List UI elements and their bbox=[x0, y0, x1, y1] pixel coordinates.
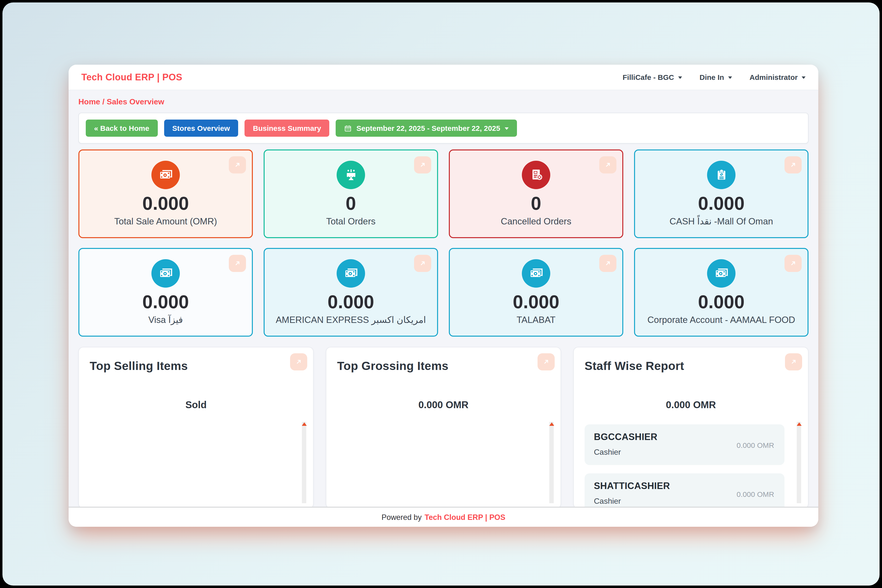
panel-title: Top Selling Items bbox=[90, 359, 302, 373]
top-navbar: Tech Cloud ERP | POS FilliCafe - BGC Din… bbox=[69, 64, 818, 90]
stat-label: Visa فيزآ bbox=[142, 315, 189, 326]
staff-amount: 0.000 OMR bbox=[737, 441, 774, 449]
expand-icon[interactable] bbox=[414, 255, 431, 272]
date-range-label: September 22, 2025 - September 22, 2025 bbox=[357, 124, 500, 132]
panel-summary: 0.000 OMR bbox=[337, 399, 550, 411]
expand-icon[interactable] bbox=[784, 255, 802, 272]
business-summary-button[interactable]: Business Summary bbox=[244, 120, 329, 137]
panel-title: Top Grossing Items bbox=[337, 359, 550, 373]
banknote-icon bbox=[337, 259, 365, 287]
page-background: Tech Cloud ERP | POS FilliCafe - BGC Din… bbox=[3, 3, 879, 585]
scrollbar[interactable] bbox=[302, 422, 306, 503]
navbar-menus: FilliCafe - BGC Dine In Administrator bbox=[622, 73, 806, 81]
main-content: Home / Sales Overview « Back to Home Sto… bbox=[69, 90, 818, 507]
breadcrumb[interactable]: Home / Sales Overview bbox=[78, 98, 808, 106]
staff-amount: 0.000 OMR bbox=[737, 490, 774, 498]
back-to-home-button[interactable]: « Back to Home bbox=[86, 120, 158, 137]
menu-store-label: FilliCafe - BGC bbox=[622, 73, 674, 81]
stat-label: CASH نقداً -Mall Of Oman bbox=[664, 216, 779, 227]
stat-value: 0.000 bbox=[142, 193, 189, 214]
expand-icon[interactable] bbox=[599, 156, 616, 174]
expand-icon[interactable] bbox=[537, 353, 555, 370]
stat-value: 0.000 bbox=[513, 292, 560, 312]
scroll-up-icon[interactable] bbox=[796, 422, 801, 426]
panel-top-grossing-items: Top Grossing Items 0.000 OMR bbox=[326, 347, 561, 507]
banknote-icon bbox=[522, 259, 550, 287]
card-talabat: 0.000 TALABAT bbox=[449, 248, 623, 337]
stat-value: 0.000 bbox=[698, 292, 744, 312]
scrollbar[interactable] bbox=[797, 422, 801, 503]
footer-brand-link[interactable]: Tech Cloud ERP | POS bbox=[424, 513, 506, 522]
app-logo[interactable]: Tech Cloud ERP | POS bbox=[81, 72, 182, 82]
stat-label: Corporate Account - AAMAAL FOOD bbox=[641, 315, 801, 326]
footer-powered-by: Powered by bbox=[381, 513, 422, 522]
card-visa: 0.000 Visa فيزآ bbox=[78, 248, 253, 337]
panel-summary: Sold bbox=[90, 399, 302, 411]
banknote-icon bbox=[707, 259, 735, 287]
panel-summary: 0.000 OMR bbox=[585, 399, 797, 411]
scroll-up-icon[interactable] bbox=[302, 422, 306, 426]
app-window: Tech Cloud ERP | POS FilliCafe - BGC Din… bbox=[69, 64, 818, 527]
calendar-icon bbox=[344, 124, 352, 132]
stat-value: 0 bbox=[346, 193, 356, 214]
stores-overview-button[interactable]: Stores Overview bbox=[164, 120, 238, 137]
menu-user-label: Administrator bbox=[750, 73, 798, 81]
card-cancelled-orders: 0 Cancelled Orders bbox=[449, 150, 623, 238]
stat-label: TALABAT bbox=[511, 315, 561, 326]
staff-row: BGCCASHIER Cashier 0.000 OMR bbox=[585, 424, 784, 465]
expand-icon[interactable] bbox=[599, 255, 616, 272]
card-total-orders: 0 Total Orders bbox=[264, 150, 438, 238]
panel-title: Staff Wise Report bbox=[585, 359, 797, 373]
cake-icon bbox=[337, 160, 365, 189]
expand-icon[interactable] bbox=[785, 353, 802, 370]
menu-order-type[interactable]: Dine In bbox=[699, 73, 732, 81]
receipt-cancel-icon bbox=[522, 160, 550, 189]
card-total-sale-amount: 0.000 Total Sale Amount (OMR) bbox=[78, 150, 253, 238]
staff-row: SHATTICASHIER Cashier 0.000 OMR bbox=[585, 473, 784, 507]
scroll-up-icon[interactable] bbox=[549, 422, 554, 426]
stat-label: Total Orders bbox=[320, 216, 381, 227]
stat-label: Cancelled Orders bbox=[495, 216, 577, 227]
toolbar: « Back to Home Stores Overview Business … bbox=[78, 113, 808, 144]
clipboard-icon bbox=[707, 160, 735, 189]
stat-label: Total Sale Amount (OMR) bbox=[108, 216, 223, 227]
expand-icon[interactable] bbox=[414, 156, 431, 174]
banknote-icon bbox=[152, 160, 180, 189]
expand-icon[interactable] bbox=[229, 255, 246, 272]
menu-order-type-label: Dine In bbox=[699, 73, 724, 81]
stat-label: AMERICAN EXPRESS امريكان اكسبر bbox=[270, 315, 432, 326]
expand-icon[interactable] bbox=[229, 156, 246, 174]
report-panels: Top Selling Items Sold Top Grossing Item… bbox=[78, 347, 808, 507]
card-cash-mall-of-oman: 0.000 CASH نقداً -Mall Of Oman bbox=[634, 150, 808, 238]
date-range-picker-button[interactable]: September 22, 2025 - September 22, 2025 bbox=[336, 120, 517, 137]
menu-user[interactable]: Administrator bbox=[750, 73, 806, 81]
chevron-down-icon bbox=[505, 128, 508, 130]
stat-value: 0.000 bbox=[328, 292, 374, 312]
chevron-down-icon bbox=[728, 76, 732, 79]
stat-value: 0.000 bbox=[142, 292, 189, 312]
banknote-icon bbox=[152, 259, 180, 287]
chevron-down-icon bbox=[678, 76, 682, 79]
page: Tech Cloud ERP | POS FilliCafe - BGC Din… bbox=[0, 0, 882, 588]
scrollbar[interactable] bbox=[549, 422, 554, 503]
panel-top-selling-items: Top Selling Items Sold bbox=[78, 347, 314, 507]
menu-store-selector[interactable]: FilliCafe - BGC bbox=[622, 73, 682, 81]
stat-cards-grid: 0.000 Total Sale Amount (OMR) 0 Total Or… bbox=[78, 150, 808, 337]
card-corporate-account: 0.000 Corporate Account - AAMAAL FOOD bbox=[634, 248, 808, 337]
stat-value: 0 bbox=[531, 193, 541, 214]
card-american-express: 0.000 AMERICAN EXPRESS امريكان اكسبر bbox=[264, 248, 438, 337]
chevron-down-icon bbox=[802, 76, 806, 79]
expand-icon[interactable] bbox=[784, 156, 802, 174]
stat-value: 0.000 bbox=[698, 193, 744, 214]
expand-icon[interactable] bbox=[290, 353, 307, 370]
staff-list: BGCCASHIER Cashier 0.000 OMR SHATTICASHI… bbox=[585, 424, 797, 507]
panel-staff-wise-report: Staff Wise Report 0.000 OMR BGCCASHIER C… bbox=[573, 347, 808, 507]
footer: Powered by Tech Cloud ERP | POS bbox=[69, 507, 818, 527]
